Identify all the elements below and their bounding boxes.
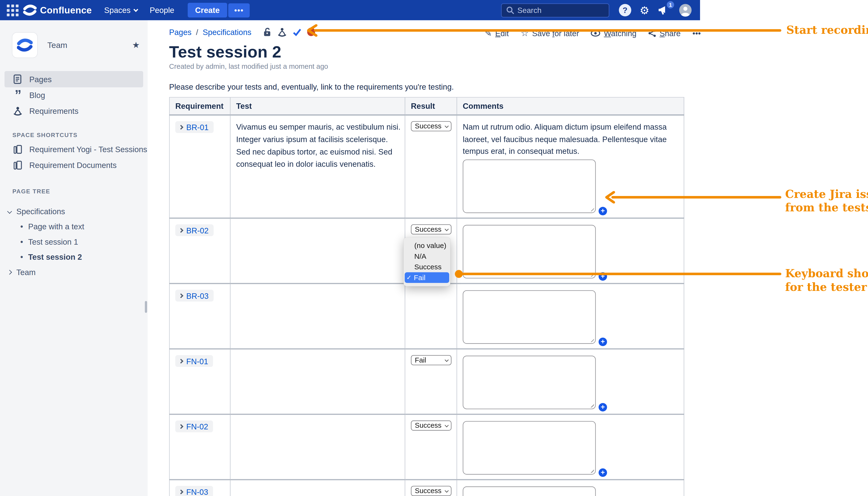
sidebar-item-pages[interactable]: Pages	[4, 71, 143, 87]
create-jira-issue-button[interactable]: +	[598, 338, 607, 346]
avatar[interactable]	[679, 3, 692, 17]
help-icon[interactable]: ?	[619, 4, 631, 16]
chevron-right-icon	[178, 359, 183, 363]
notification-badge: 1	[667, 1, 674, 9]
requirement-link-BR-02[interactable]: BR-02	[175, 224, 214, 236]
breadcrumb-pages[interactable]: Pages	[169, 27, 191, 36]
space-header: Team ★	[13, 33, 140, 58]
comment-textarea[interactable]	[463, 421, 596, 475]
create-jira-arrow	[605, 191, 782, 203]
sidebar-item-blog[interactable]: ” Blog	[4, 88, 143, 103]
chevron-right-icon	[178, 490, 183, 494]
top-navigation-bar: Confluence Spaces People Create ••• ? ⚙	[0, 0, 700, 20]
result-dropdown-menu: (no value) N/A Success ✓ Fail	[404, 237, 450, 286]
table-row: BR-03 +	[169, 283, 684, 349]
confluence-space-icon	[17, 38, 33, 52]
requirement-link-BR-03[interactable]: BR-03	[175, 290, 214, 301]
test-session-table: Requirement Test Result Comments BR-01 V…	[169, 97, 684, 496]
dropdown-option-no-value[interactable]: (no value)	[405, 240, 449, 251]
chevron-right-icon[interactable]	[7, 269, 12, 274]
bullet-icon: •	[20, 224, 23, 229]
people-menu[interactable]: People	[150, 6, 174, 15]
create-jira-issue-button[interactable]: +	[598, 403, 607, 412]
result-select-FN-03[interactable]: Success	[411, 486, 452, 496]
grid-icon	[6, 4, 18, 16]
requirement-link-FN-01[interactable]: FN-01	[175, 355, 214, 367]
page-tree: Specifications • Page with a text • Test…	[0, 203, 147, 280]
create-button[interactable]: Create	[188, 3, 227, 17]
search-input[interactable]	[518, 6, 596, 14]
dropdown-option-fail[interactable]: ✓ Fail	[405, 272, 449, 283]
quote-icon: ”	[13, 93, 22, 98]
chevron-down-icon	[445, 488, 449, 492]
result-select-FN-01[interactable]: Fail	[411, 355, 452, 365]
tree-item-specifications[interactable]: Specifications	[0, 203, 147, 219]
intro-text: Please describe your tests and, eventual…	[169, 82, 454, 91]
logo-text: Confluence	[40, 5, 92, 16]
dropdown-option-success[interactable]: Success	[405, 261, 449, 272]
shortcut-requirement-documents[interactable]: Requirement Documents	[0, 157, 147, 173]
gear-icon[interactable]: ⚙	[640, 5, 649, 16]
comment-textarea[interactable]	[463, 356, 596, 409]
chevron-down-icon	[445, 423, 449, 427]
chevron-right-icon	[178, 125, 183, 129]
keyboard-shortcuts-connector	[454, 269, 782, 278]
chevron-down-icon	[445, 227, 449, 231]
result-select-BR-02[interactable]: Success	[411, 224, 452, 234]
checkmark-icon[interactable]	[293, 28, 302, 36]
byline: Created by admin, last modified just a m…	[169, 63, 328, 71]
chevron-right-icon	[178, 228, 183, 232]
comment-textarea[interactable]	[463, 486, 596, 496]
tree-item-page-with-a-text[interactable]: • Page with a text	[0, 219, 147, 234]
tree-item-test-session-2[interactable]: • Test session 2	[0, 249, 147, 265]
col-result: Result	[405, 97, 457, 115]
pages-copy-icon	[13, 145, 22, 154]
unlock-icon[interactable]	[263, 27, 272, 37]
chevron-down-icon[interactable]	[7, 209, 12, 214]
result-select-FN-02[interactable]: Success	[411, 420, 452, 431]
notifications-button[interactable]: 1	[658, 4, 670, 16]
search-box[interactable]	[501, 3, 609, 17]
requirement-link-BR-01[interactable]: BR-01	[175, 121, 214, 133]
table-row: FN-02 Success +	[169, 414, 684, 480]
result-select-BR-01[interactable]: Success	[411, 121, 452, 131]
table-row: FN-03 Success	[169, 480, 684, 496]
tree-item-team[interactable]: Team	[0, 264, 147, 280]
dropdown-option-na[interactable]: N/A	[405, 251, 449, 262]
favorite-star-icon[interactable]: ★	[132, 40, 140, 50]
chevron-right-icon	[178, 424, 183, 429]
chevron-down-icon	[445, 358, 449, 362]
app-switcher-icon[interactable]	[5, 3, 20, 17]
sidebar-item-requirements[interactable]: Requirements	[4, 103, 143, 119]
search-icon	[506, 6, 514, 14]
annotation-keyboard-shortcuts: Keyboard shortcuts for the tester	[785, 267, 868, 294]
confluence-logo[interactable]: Confluence	[23, 4, 92, 16]
tree-item-test-session-1[interactable]: • Test session 1	[0, 234, 147, 249]
table-row: FN-01 Fail +	[169, 349, 684, 414]
test-description: Vivamus eu semper mauris, ac vestibulum …	[236, 120, 401, 171]
user-avatar-icon	[679, 3, 692, 17]
bullet-icon: •	[20, 239, 23, 244]
col-requirement: Requirement	[169, 97, 230, 115]
spaces-menu[interactable]: Spaces	[104, 6, 137, 15]
chevron-down-icon	[445, 124, 449, 128]
requirement-yogi-icon[interactable]	[277, 27, 287, 36]
space-sidebar: Team ★ Pages ” Blog Requirements SPACE S…	[0, 20, 147, 496]
breadcrumb-specifications[interactable]: Specifications	[203, 27, 251, 36]
start-recording-arrow	[306, 24, 782, 37]
chevron-right-icon	[178, 294, 183, 298]
create-more-button[interactable]: •••	[228, 3, 250, 17]
requirement-link-FN-03[interactable]: FN-03	[175, 486, 214, 496]
requirement-link-FN-02[interactable]: FN-02	[175, 420, 214, 432]
comment-textarea[interactable]	[463, 159, 596, 213]
create-jira-issue-button[interactable]: +	[598, 207, 607, 215]
shortcut-requirement-yogi[interactable]: Requirement Yogi - Test Sessions	[0, 141, 147, 157]
space-logo[interactable]	[13, 33, 37, 58]
chevron-down-icon	[133, 7, 138, 12]
annotation-start-recording: Start recording	[786, 24, 868, 37]
comment-textarea[interactable]	[463, 290, 596, 344]
breadcrumb: Pages / Specifications	[169, 27, 315, 37]
page-title: Test session 2	[169, 43, 281, 62]
create-jira-issue-button[interactable]: +	[598, 468, 607, 477]
col-comments: Comments	[457, 97, 684, 115]
